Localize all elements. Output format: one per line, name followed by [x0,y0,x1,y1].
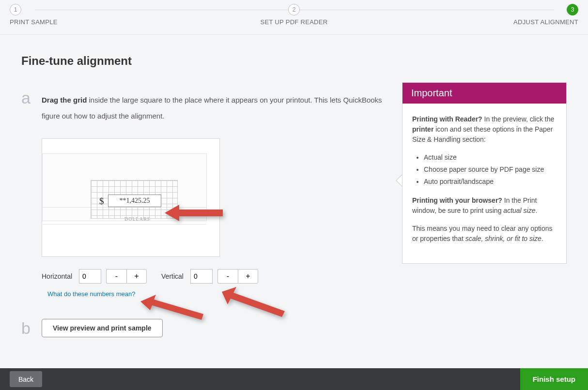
view-preview-print-button[interactable]: View preview and print sample [42,319,163,337]
horizontal-label: Horizontal [42,272,72,280]
p3-end: . [542,235,543,242]
finish-setup-button[interactable]: Finish setup [520,368,588,390]
alignment-preview-area: DOLLARS $ **1,425.25 [42,138,220,257]
list-item: Auto portrait/landscape [424,177,557,187]
step-number: 3 [567,4,578,15]
step-set-up-pdf[interactable]: 2 SET UP PDF READER [199,4,388,26]
important-panel: Important Printing with Reader? In the p… [402,82,567,264]
dollar-symbol: $ [99,196,104,207]
section-b: b View preview and print sample [21,319,389,337]
section-letter-b: b [21,320,42,336]
scale-shrink-em: scale, shrink, or fit to size [465,235,542,242]
step-number: 2 [288,4,300,15]
reader-text-1: In the preview, click the [482,115,555,123]
important-panel-title: Important [402,83,566,104]
amount-box: **1,425.25 [108,195,161,207]
step-label: SET UP PDF READER [260,18,327,26]
wizard-stepper: 1 PRINT SAMPLE 2 SET UP PDF READER 3 ADJ… [0,0,588,35]
vertical-plus-button[interactable]: + [238,269,258,284]
step-adjust-alignment[interactable]: 3 ADJUST ALIGNMENT [389,4,578,26]
vertical-minus-button[interactable]: - [217,269,238,284]
wizard-footer: Back Finish setup [0,368,588,390]
vertical-label: Vertical [161,272,184,280]
section-a-rest: inside the large square to the place whe… [42,96,382,120]
back-button[interactable]: Back [10,371,42,387]
section-a-text: Drag the grid inside the large square to… [42,92,389,124]
step-number: 1 [10,4,21,15]
numbers-help-link[interactable]: What do these numbers mean? [47,290,389,298]
drag-grid-bold: Drag the grid [42,96,87,104]
vertical-input[interactable] [190,269,213,284]
step-label: ADJUST ALIGNMENT [513,18,578,26]
important-panel-wrap: Important Printing with Reader? In the p… [402,82,567,337]
list-item: Choose paper source by PDF page size [424,165,557,175]
horizontal-plus-button[interactable]: + [126,269,147,284]
browser-text-2: . [536,207,538,214]
actual-size-em: actual size [503,207,535,214]
step-label: PRINT SAMPLE [10,18,58,26]
page-title: Fine-tune alignment [21,54,389,68]
list-item: Actual size [424,152,557,163]
horizontal-minus-button[interactable]: - [106,269,126,284]
reader-text-2: icon and set these options in the Paper … [412,125,553,143]
step-print-sample[interactable]: 1 PRINT SAMPLE [10,4,199,26]
reader-heading: Printing with Reader? [412,115,482,123]
printer-word: printer [412,125,433,133]
reader-options-list: Actual size Choose paper source by PDF p… [424,152,557,187]
browser-heading: Printing with your browser? [412,196,502,204]
horizontal-input[interactable] [79,269,101,284]
panel-caret-icon [396,174,402,187]
important-panel-body: Printing with Reader? In the preview, cl… [402,104,566,263]
section-letter-a: a [21,90,42,106]
alignment-controls: Horizontal -+ Vertical -+ [42,269,389,284]
section-a: a Drag the grid inside the large square … [21,92,389,124]
